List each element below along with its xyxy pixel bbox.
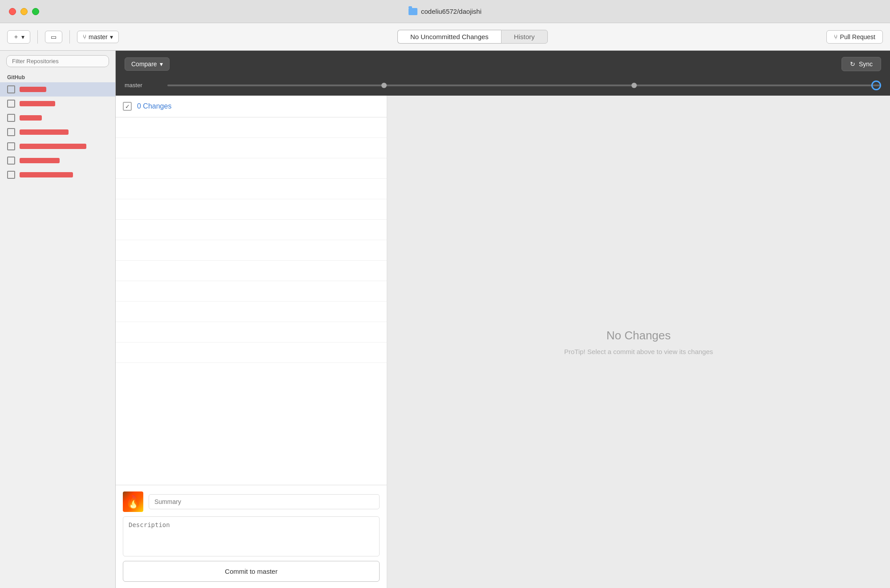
window-title: codeliu6572/daojishi [409,8,481,15]
commit-form-top [123,491,380,512]
empty-row-9 [116,281,387,302]
empty-row-4 [116,179,387,199]
compare-bar: Compare ▾ ↻ Sync [116,51,890,77]
empty-row-5 [116,199,387,220]
sidebar-item-repo-6[interactable] [0,153,115,168]
changes-count: 0 Changes [137,102,171,110]
main-content: GitHub [0,51,890,588]
add-button[interactable]: ＋ ▾ [7,30,30,44]
no-changes-area: No Changes ProTip! Select a commit above… [387,96,890,588]
traffic-lights [9,8,39,15]
empty-row-1 [116,117,387,138]
commit-btn-label: Commit to master [225,568,277,575]
uncommitted-tab-label: No Uncommitted Changes [410,33,489,40]
minimize-button[interactable] [20,8,28,15]
sync-icon: ↻ [850,60,855,68]
empty-row-10 [116,302,387,322]
repo-label-6 [20,158,60,163]
empty-row-11 [116,322,387,342]
folder-icon [409,8,417,15]
repo-title: codeliu6572/daojishi [421,8,481,15]
close-button[interactable] [9,8,16,15]
empty-row-2 [116,138,387,158]
commit-form: Commit to master [116,485,387,588]
add-btn-chevron: ▾ [21,33,24,40]
timeline-dot-right[interactable] [871,81,881,90]
repo-icon-7 [7,171,15,179]
repo-label-4 [20,129,69,135]
panel-body: ✓ 0 Changes [116,96,890,588]
pull-request-button[interactable]: ⑂ Pull Request [826,30,883,44]
empty-changes-rows [116,117,387,485]
repo-label-1 [20,87,46,92]
repo-icon-2 [7,100,15,108]
sidebar-item-repo-4[interactable] [0,125,115,139]
plus-icon: ＋ [13,33,19,41]
no-changes-title: No Changes [607,329,671,342]
pull-request-icon: ⑂ [834,33,837,40]
branch-label: master [89,33,108,40]
changes-list: ✓ 0 Changes [116,96,387,588]
empty-row-6 [116,220,387,240]
repo-icon-4 [7,128,15,136]
repo-icon-3 [7,114,15,122]
commit-to-master-button[interactable]: Commit to master [123,561,380,582]
description-textarea[interactable] [123,516,380,556]
sidebar-filter-container [0,51,115,72]
repo-icon-6 [7,157,15,165]
sidebar-item-repo-1[interactable] [0,82,115,97]
compare-chevron-icon: ▾ [160,60,163,68]
branch-name-label: master [125,82,160,89]
filter-repositories-input[interactable] [6,55,109,67]
changes-header: ✓ 0 Changes [116,96,387,117]
repo-label-5 [20,144,86,149]
tab-uncommitted[interactable]: No Uncommitted Changes [397,30,501,44]
select-all-checkbox[interactable]: ✓ [123,102,132,111]
title-bar: codeliu6572/daojishi [0,0,890,23]
empty-row-7 [116,240,387,261]
history-tab-label: History [514,33,535,40]
sync-label: Sync [859,60,873,68]
compare-button[interactable]: Compare ▾ [125,57,170,71]
empty-row-12 [116,342,387,363]
tab-group: No Uncommitted Changes History [124,30,821,44]
timeline-dot-left [381,83,387,88]
right-panel: Compare ▾ ↻ Sync master ✓ 0 Chan [116,51,890,588]
branch-chevron: ▾ [110,33,113,40]
maximize-button[interactable] [32,8,39,15]
sync-button[interactable]: ↻ Sync [841,57,881,71]
empty-row-8 [116,261,387,281]
branch-timeline-bar: master [116,77,890,96]
sidebar-item-repo-2[interactable] [0,97,115,111]
sidebar-item-repo-3[interactable] [0,111,115,125]
summary-input[interactable] [149,494,380,509]
layout-icon: ▭ [51,33,57,40]
toolbar: ＋ ▾ ▭ ⑂ master ▾ No Uncommitted Changes … [0,23,890,51]
compare-label: Compare [131,60,157,68]
sidebar: GitHub [0,51,116,588]
empty-row-3 [116,158,387,179]
avatar [123,491,143,512]
timeline-dot-middle [631,83,637,88]
tab-history[interactable]: History [501,30,548,44]
repo-icon-5 [7,142,15,150]
repo-label-7 [20,172,73,177]
repo-icon-1 [7,85,15,93]
sidebar-item-repo-7[interactable] [0,168,115,182]
no-changes-subtitle: ProTip! Select a commit above to view it… [564,348,713,355]
repo-label-2 [20,101,55,106]
timeline-track [167,85,881,86]
repo-label-3 [20,115,42,121]
branch-button[interactable]: ⑂ master ▾ [77,31,119,43]
layout-button[interactable]: ▭ [45,31,62,43]
toolbar-separator-2 [69,30,70,44]
branch-icon: ⑂ [83,33,86,40]
sidebar-section-github: GitHub [0,72,115,82]
pull-request-label: Pull Request [840,33,875,40]
toolbar-separator-1 [37,30,38,44]
sidebar-item-repo-5[interactable] [0,139,115,153]
